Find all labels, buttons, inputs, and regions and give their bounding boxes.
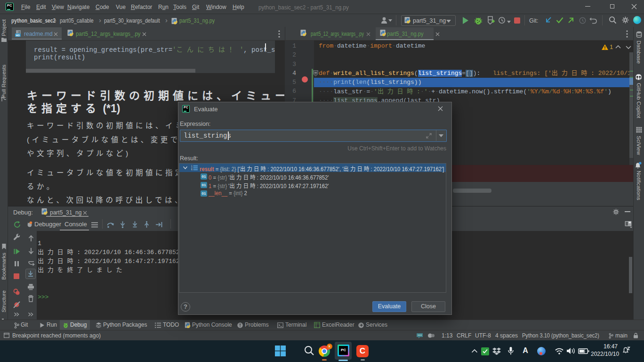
svg-text:MD: MD <box>16 34 20 37</box>
svg-text:3: 3 <box>191 169 193 171</box>
